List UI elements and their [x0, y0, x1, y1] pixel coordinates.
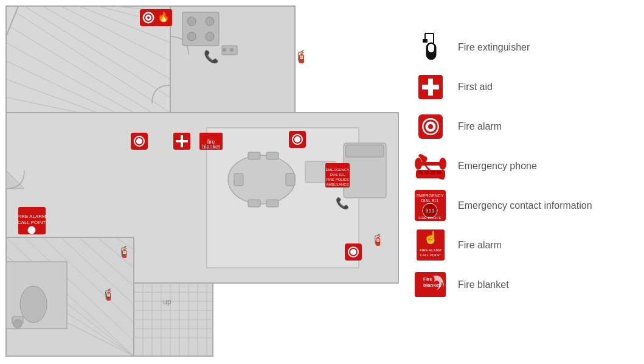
svg-rect-91: [437, 171, 441, 174]
legend-label-emergency-contact: Emergency contact information: [458, 200, 592, 211]
svg-point-86: [428, 124, 433, 129]
svg-text:EMERGENCY: EMERGENCY: [416, 194, 443, 198]
fp-extinguisher-3: 🧯: [371, 233, 385, 247]
svg-rect-89: [424, 171, 429, 174]
legend-item-emergency-contact: EMERGENCY DIAL 911 911 FIRE POLICE Emerg…: [414, 189, 632, 222]
legend-icon-fire-alarm-round: [414, 110, 447, 143]
svg-point-48: [187, 32, 196, 41]
legend-item-fire-blanket: Fire blanket Fire blanket: [414, 268, 632, 301]
svg-point-52: [13, 320, 22, 328]
svg-text:FIRE POLICE: FIRE POLICE: [326, 178, 348, 181]
legend-item-fire-alarm-round: Fire alarm: [414, 110, 632, 143]
svg-text:🔥: 🔥: [158, 11, 170, 23]
svg-rect-44: [266, 200, 279, 207]
floor-plan-svg: up 🔥 📞 🧯 fire blanket: [0, 0, 401, 364]
svg-rect-79: [428, 44, 434, 52]
legend-item-fire-alarm-call: ☝ FIRE ALARM CALL POINT Fire alarm: [414, 228, 632, 262]
svg-rect-82: [422, 85, 439, 89]
svg-rect-42: [266, 152, 279, 159]
svg-point-55: [147, 16, 150, 19]
legend-icon-emergency-phone: [414, 149, 447, 183]
fp-extinguisher-2: 🧯: [117, 245, 131, 259]
svg-text:FIRE ALARM: FIRE ALARM: [420, 248, 441, 252]
svg-text:blanket: blanket: [202, 144, 220, 150]
stove: [182, 12, 219, 46]
svg-text:CALL POINT: CALL POINT: [420, 253, 441, 257]
svg-text:911: 911: [425, 208, 434, 214]
legend-item-fire-extinguisher: Fire extinguisher: [414, 30, 632, 64]
svg-point-67: [28, 226, 35, 234]
svg-text:FIRE POLICE: FIRE POLICE: [418, 216, 441, 220]
floor-plan: up 🔥 📞 🧯 fire blanket: [0, 0, 401, 364]
legend-icon-first-aid: [414, 70, 447, 103]
stairs-label: up: [163, 298, 171, 306]
svg-rect-90: [431, 171, 435, 174]
svg-text:☝: ☝: [423, 230, 438, 245]
svg-rect-75: [423, 39, 428, 43]
svg-text:blanket: blanket: [423, 282, 440, 288]
legend-label-fire-extinguisher: Fire extinguisher: [458, 42, 530, 53]
svg-text:AMBULANCE: AMBULANCE: [326, 183, 348, 186]
svg-text:EMERGENCY: EMERGENCY: [326, 168, 350, 172]
svg-rect-88: [418, 171, 423, 174]
legend-icon-fire-alarm-call: ☝ FIRE ALARM CALL POINT: [414, 228, 447, 262]
legend-label-first-aid: First aid: [458, 82, 493, 93]
svg-rect-41: [248, 152, 260, 159]
svg-text:DIAL 911: DIAL 911: [421, 198, 439, 203]
legend-label-fire-alarm-round: Fire alarm: [458, 121, 502, 132]
fp-extinguisher-1: 🧯: [294, 49, 309, 64]
fp-extinguisher-4: 🧯: [102, 288, 116, 301]
svg-point-51: [230, 48, 234, 52]
legend-panel: Fire extinguisher First aid Fire a: [401, 24, 644, 341]
svg-point-46: [187, 17, 196, 26]
svg-rect-94: [418, 162, 443, 166]
svg-text:Fire: Fire: [423, 276, 432, 282]
legend-icon-fire-extinguisher: [414, 30, 447, 64]
svg-point-47: [206, 17, 214, 26]
legend-label-fire-alarm-call: Fire alarm: [458, 240, 502, 251]
legend-item-emergency-phone: Emergency phone: [414, 149, 632, 183]
svg-text:FIRE ALARM: FIRE ALARM: [17, 214, 46, 219]
fp-phone-1: 📞: [204, 49, 219, 64]
svg-text:CALL POINT: CALL POINT: [18, 220, 46, 225]
legend-item-first-aid: First aid: [414, 70, 632, 103]
svg-rect-60: [176, 140, 188, 142]
bathtub: [20, 286, 47, 323]
svg-rect-43: [248, 200, 260, 207]
svg-point-50: [223, 48, 226, 52]
svg-rect-45: [345, 145, 384, 157]
svg-point-49: [206, 32, 214, 41]
fp-phone-2: 📞: [336, 197, 350, 210]
legend-label-fire-blanket: Fire blanket: [458, 279, 509, 290]
legend-icon-fire-blanket: Fire blanket: [414, 268, 447, 301]
svg-rect-40: [286, 173, 295, 186]
svg-text:DIAL 911: DIAL 911: [330, 173, 345, 177]
svg-rect-39: [234, 173, 243, 186]
legend-icon-emergency-contact: EMERGENCY DIAL 911 911 FIRE POLICE: [414, 189, 447, 222]
legend-label-emergency-phone: Emergency phone: [458, 161, 537, 172]
